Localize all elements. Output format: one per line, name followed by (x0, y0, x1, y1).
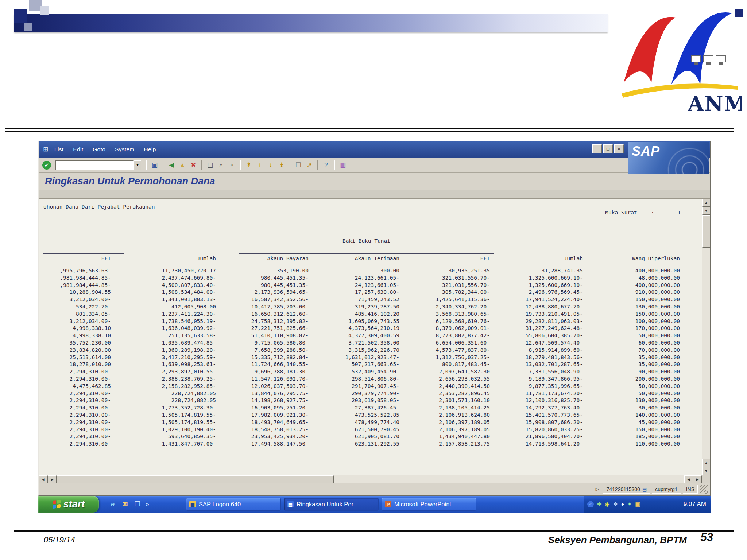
table-row[interactable]: 2,294,310.00-1,029,100,190.40-18,548,758… (43, 426, 680, 433)
table-row[interactable]: ,995,796,563.63-11,730,450,720.17353,190… (43, 267, 680, 275)
scroll-up-icon[interactable]: ▲ (702, 459, 710, 467)
last-page-icon[interactable]: ↡ (276, 160, 287, 170)
table-row[interactable]: 10,288,904.551,508,534,484.00-2,173,936,… (43, 289, 680, 296)
table-cell: 400,000,000.00 (583, 267, 680, 275)
table-row[interactable]: 2,294,310.00-228,724,882.0513,844,076,79… (43, 390, 680, 397)
command-field[interactable] (55, 160, 134, 170)
page-up-icon[interactable]: ↑ (255, 160, 265, 170)
table-row[interactable]: 801,334.05-1,237,411,224.30-16,650,312,6… (43, 311, 680, 318)
outlook-icon[interactable]: ✉ (121, 500, 129, 509)
table-cell: 24,758,312,195.82- (216, 318, 309, 325)
menu-item-help[interactable]: Help (144, 146, 156, 152)
table-row[interactable]: ,981,984,444.85-4,500,807,833.40-980,445… (43, 282, 680, 289)
window-system-icon[interactable]: ⊞ (42, 146, 49, 153)
start-button[interactable]: start (38, 496, 99, 513)
back-icon[interactable]: ◀ (166, 160, 177, 170)
table-row[interactable]: 2,294,310.00-1,505,174,819.55-17,982,009… (43, 412, 680, 419)
help-icon[interactable]: ? (321, 160, 331, 170)
save-icon[interactable]: ▣ (150, 160, 160, 170)
menu-item-list[interactable]: List (54, 146, 63, 152)
table-row[interactable]: 534,222.70-412,005,908.0010,417,785,703.… (43, 303, 680, 311)
menu-item-goto[interactable]: Goto (93, 146, 105, 152)
table-cell: 8,773,802,877.42- (399, 332, 490, 339)
scroll-down-icon[interactable]: ▼ (702, 467, 710, 475)
taskbar-task-button[interactable]: ▦SAP Logon 640 (186, 498, 281, 511)
table-cell: 7,331,556,048.90- (490, 368, 583, 376)
table-row[interactable]: 3,212,034.00-1,738,546,055.19-24,758,312… (43, 318, 680, 325)
task-buttons: ▦SAP Logon 640▤Ringkasan Untuk Per...PMi… (186, 498, 476, 511)
table-row[interactable]: 25,513,614.003,417,210,295.59-15,335,712… (43, 354, 680, 361)
table-row[interactable]: 3,212,034.00-1,341,001,883.13-16,587,342… (43, 296, 680, 303)
table-cell: 30,000,000.00 (583, 404, 680, 412)
new-session-icon[interactable]: ❏ (293, 160, 303, 170)
table-row[interactable]: 18,278,010.001,639,098,253.61-11,724,666… (43, 361, 680, 368)
taskbar-task-button[interactable]: PMicrosoft PowerPoint ... (382, 498, 476, 511)
scroll-left-icon[interactable]: ◀ (684, 475, 693, 483)
scroll-down-icon[interactable]: ▼ (702, 207, 710, 215)
table-row[interactable]: 2,294,310.00-1,773,352,728.30-16,903,095… (43, 404, 680, 412)
taskbar-task-button[interactable]: ▤Ringkasan Untuk Per... (284, 498, 379, 511)
session-doc-icon[interactable]: ▤ (642, 487, 647, 492)
table-row[interactable]: 2,294,310.00-2,388,238,769.25-11,547,126… (43, 376, 680, 383)
update-icon[interactable]: ▣ (635, 501, 640, 508)
status-session-box[interactable]: 741220115300 ▤ (603, 485, 650, 494)
scroll-left-icon[interactable]: ◀ (39, 475, 48, 483)
table-row[interactable]: 23,834,820.001,360,289,198.20-7,658,399,… (43, 347, 680, 354)
status-insert-mode-box[interactable]: INS (683, 485, 698, 494)
internet-explorer-icon[interactable]: e (108, 500, 117, 509)
scroll-right-icon[interactable]: ▶ (48, 475, 57, 483)
table-row[interactable]: 2,294,310.00-228,724,882.0514,198,268,92… (43, 397, 680, 404)
table-row[interactable]: 2,294,310.00-2,293,897,010.55-9,696,788,… (43, 368, 680, 376)
create-shortcut-icon[interactable]: ➚ (304, 160, 314, 170)
maximize-button[interactable]: □ (603, 144, 613, 153)
table-cell: 203,619,058.05- (309, 397, 399, 404)
menu-item-edit[interactable]: Edit (73, 146, 83, 152)
command-field-dropdown-icon[interactable]: ▾ (134, 160, 141, 170)
logo-blue-arch (671, 12, 732, 85)
table-cell: 24,123,661.05- (309, 275, 399, 282)
toolbar-separator (201, 160, 202, 170)
messenger-icon[interactable]: ✚ (597, 501, 602, 508)
enter-icon[interactable]: ✔ (42, 161, 51, 170)
taskbar-clock[interactable]: 9:07 AM (684, 501, 706, 508)
scroll-right-icon[interactable]: ▶ (693, 475, 702, 483)
table-row[interactable]: 35,752,230.001,035,689,474.85-9,715,065,… (43, 339, 680, 347)
customize-icon[interactable]: ▦ (338, 160, 348, 170)
exit-icon[interactable]: ▲ (177, 160, 187, 170)
status-client-box[interactable]: cupmyrg1 (652, 485, 681, 494)
print-icon[interactable]: ▤ (205, 160, 215, 170)
statusbar-expand-icon[interactable]: ▷ (593, 485, 601, 494)
network-icon[interactable]: ❖ (613, 501, 618, 508)
table-cell: 321,031,556.70- (399, 275, 490, 282)
vertical-scrollbar[interactable]: ▲ ▼ ▲ ▼ (702, 199, 710, 475)
quick-launch-overflow-icon[interactable]: » (146, 501, 149, 508)
menu-item-system[interactable]: System (115, 146, 134, 152)
cancel-icon[interactable]: ✖ (188, 160, 198, 170)
vertical-scroll-thumb[interactable] (702, 215, 710, 248)
table-row[interactable]: ,981,984,444.85-2,437,474,669.80-980,445… (43, 275, 680, 282)
table-cell: 140,000,000.00 (583, 412, 680, 419)
minimize-button[interactable]: – (592, 144, 602, 153)
table-row[interactable]: 4,998,338.101,636,048,039.92-27,221,751,… (43, 325, 680, 332)
page-down-icon[interactable]: ↓ (266, 160, 276, 170)
volume-icon[interactable]: ♦ (621, 501, 624, 508)
find-icon[interactable]: ⌕ (216, 160, 226, 170)
antivirus-icon[interactable]: ◉ (605, 501, 610, 508)
find-next-icon[interactable]: ⌖ (227, 160, 237, 170)
table-row[interactable]: 2,294,310.00-1,431,847,707.00-17,494,588… (43, 440, 680, 448)
first-page-icon[interactable]: ↟ (244, 160, 254, 170)
horizontal-scroll-thumb[interactable] (57, 475, 334, 483)
task-label: Ringkasan Untuk Per... (297, 501, 358, 508)
table-row[interactable]: 2,294,310.00-1,505,174,819.55-18,493,704… (43, 419, 680, 426)
resize-grip[interactable] (700, 485, 708, 494)
tray-hide-icons-chevron[interactable]: « (587, 501, 594, 508)
table-cell: 3,417,210,295.59- (111, 354, 216, 361)
horizontal-scrollbar[interactable]: ◀ ▶ ◀ ▶ (39, 475, 710, 483)
close-button[interactable]: ✕ (614, 144, 624, 153)
table-row[interactable]: 4,998,338.10251,135,633.58-51,410,110,90… (43, 332, 680, 339)
show-desktop-icon[interactable]: ❐ (133, 500, 142, 509)
table-row[interactable]: 4,475,462.852,158,282,952.85-12,026,037,… (43, 383, 680, 390)
security-icon[interactable]: ✦ (627, 501, 632, 508)
table-row[interactable]: 2,294,310.00-593,640,850.35-23,953,425,9… (43, 433, 680, 440)
scroll-up-icon[interactable]: ▲ (702, 199, 710, 207)
